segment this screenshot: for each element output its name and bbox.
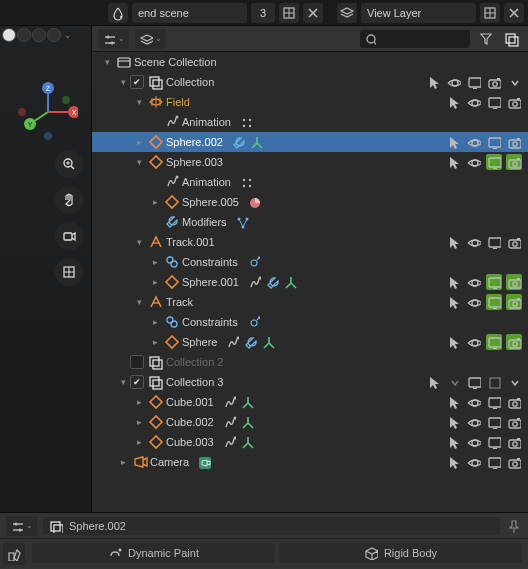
restrict-camera-g-icon[interactable] [506, 274, 522, 290]
viewport-3d[interactable]: ⌄ X Y Z [0, 26, 92, 512]
flow-icon[interactable] [235, 215, 249, 229]
properties-tab-tool[interactable] [3, 543, 25, 565]
exclude-checkbox[interactable] [130, 75, 144, 89]
disclosure-triangle[interactable] [116, 457, 130, 467]
restrict-eye-icon[interactable] [466, 134, 482, 150]
shading-matprev[interactable] [32, 28, 46, 42]
restrict-camera-icon[interactable] [506, 234, 522, 250]
perspective-button[interactable] [55, 258, 83, 286]
disclosure-triangle[interactable] [116, 77, 130, 87]
disclosure-triangle[interactable] [148, 197, 162, 207]
restrict-chev-icon[interactable] [506, 74, 522, 90]
restrict-camera-icon[interactable] [506, 434, 522, 450]
row-track-001[interactable]: Track.001 [92, 232, 528, 252]
row-track[interactable]: Track [92, 292, 528, 312]
restrict-eye-icon[interactable] [466, 234, 482, 250]
restrict-screen-icon[interactable] [486, 94, 502, 110]
disclosure-triangle[interactable] [148, 337, 162, 347]
restrict-cursor-icon[interactable] [446, 414, 462, 430]
scene-new-button[interactable] [279, 3, 299, 23]
restrict-eye-icon[interactable] [446, 74, 462, 90]
y-icon[interactable] [249, 135, 263, 149]
disclosure-triangle[interactable] [132, 237, 146, 247]
restrict-screen-icon[interactable] [466, 74, 482, 90]
outliner-tree[interactable]: Scene CollectionCollectionFieldAnimation… [92, 52, 528, 512]
row-cube-002[interactable]: Cube.002 [92, 412, 528, 432]
scene-name-field[interactable]: end scene [132, 3, 247, 23]
anim-icon[interactable] [222, 415, 236, 429]
restrict-camera-g-icon[interactable] [506, 334, 522, 350]
disclosure-triangle[interactable] [132, 97, 146, 107]
anim-icon[interactable] [247, 275, 261, 289]
restrict-camera-g-icon[interactable] [506, 294, 522, 310]
disclosure-triangle[interactable] [100, 57, 114, 67]
wrench-icon[interactable] [265, 275, 279, 289]
viewlayer-icon[interactable] [337, 3, 357, 23]
shading-options-icon[interactable]: ⌄ [64, 30, 72, 40]
restrict-screen-icon[interactable] [486, 454, 502, 470]
restrict-screen-icon[interactable] [486, 134, 502, 150]
restrict-cursor-icon[interactable] [446, 234, 462, 250]
restrict-camera-icon[interactable] [506, 414, 522, 430]
row-collection-2[interactable]: Collection 2 [92, 352, 528, 372]
restrict-cursor-icon[interactable] [446, 274, 462, 290]
restrict-cursor-icon[interactable] [446, 334, 462, 350]
restrict-eye-icon[interactable] [466, 414, 482, 430]
restrict-cursor-icon[interactable] [446, 434, 462, 450]
row-cube-003[interactable]: Cube.003 [92, 432, 528, 452]
restrict-camera-g-icon[interactable] [506, 154, 522, 170]
cam-badge-icon[interactable] [197, 455, 211, 469]
tab-rigid-body[interactable]: Rigid Body [279, 543, 522, 563]
restrict-cursor-icon[interactable] [446, 134, 462, 150]
pan-button[interactable] [55, 186, 83, 214]
restrict-cursor-icon[interactable] [446, 94, 462, 110]
restrict-cursor-icon[interactable] [446, 394, 462, 410]
row-camera[interactable]: Camera [92, 452, 528, 472]
row-cube-001[interactable]: Cube.001 [92, 392, 528, 412]
restrict-cursor-icon[interactable] [446, 154, 462, 170]
viewlayer-delete-button[interactable] [504, 3, 524, 23]
restrict-eye-icon[interactable] [466, 154, 482, 170]
row-sphere-003-anim[interactable]: Animation [92, 172, 528, 192]
zoom-button[interactable] [55, 150, 83, 178]
row-collection[interactable]: Collection [92, 72, 528, 92]
restrict-eye-icon[interactable] [466, 294, 482, 310]
restrict-camera-icon[interactable] [506, 134, 522, 150]
disclosure-triangle[interactable] [116, 377, 130, 387]
scene-users[interactable]: 3 [251, 3, 275, 23]
outliner-search[interactable] [360, 30, 470, 48]
pin-icon[interactable] [506, 519, 522, 533]
shading-solid[interactable] [17, 28, 31, 42]
restrict-cursor-icon[interactable] [446, 294, 462, 310]
viewlayer-field[interactable]: View Layer [361, 3, 476, 23]
y-icon[interactable] [240, 395, 254, 409]
shading-rendered[interactable] [47, 28, 61, 42]
disclosure-triangle[interactable] [132, 297, 146, 307]
outliner-search-input[interactable] [376, 33, 466, 45]
restrict-screen-g-icon[interactable] [486, 274, 502, 290]
restrict-screen-icon[interactable] [486, 394, 502, 410]
restrict-screen-icon[interactable] [486, 414, 502, 430]
y-icon[interactable] [283, 275, 297, 289]
disclosure-triangle[interactable] [148, 277, 162, 287]
shading-wireframe[interactable] [2, 28, 16, 42]
wrench-icon[interactable] [243, 335, 257, 349]
disclosure-triangle[interactable] [148, 257, 162, 267]
restrict-cursor-icon[interactable] [426, 74, 442, 90]
disclosure-triangle[interactable] [132, 397, 146, 407]
row-scene-collection[interactable]: Scene Collection [92, 52, 528, 72]
restrict-cursor-icon[interactable] [426, 374, 442, 390]
restrict-camera-icon[interactable] [486, 74, 502, 90]
restrict-box-icon[interactable] [486, 374, 502, 390]
row-modifiers[interactable]: Modifiers [92, 212, 528, 232]
anim-icon[interactable] [222, 395, 236, 409]
row-sphere[interactable]: Sphere [92, 332, 528, 352]
restrict-eye-icon[interactable] [466, 94, 482, 110]
plus-icon[interactable] [246, 255, 260, 269]
restrict-screen-g-icon[interactable] [486, 334, 502, 350]
restrict-eye-icon[interactable] [466, 454, 482, 470]
restrict-screen-g-icon[interactable] [486, 294, 502, 310]
dots-icon[interactable] [239, 115, 253, 129]
viewlayer-new-button[interactable] [480, 3, 500, 23]
row-track-con[interactable]: Constraints [92, 312, 528, 332]
